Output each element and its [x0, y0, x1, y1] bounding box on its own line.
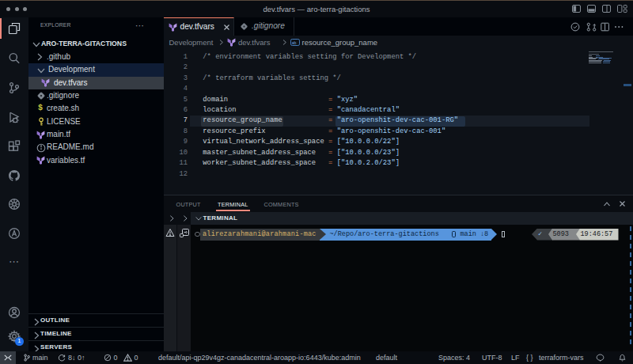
svg-text:ab: ab — [292, 40, 297, 44]
